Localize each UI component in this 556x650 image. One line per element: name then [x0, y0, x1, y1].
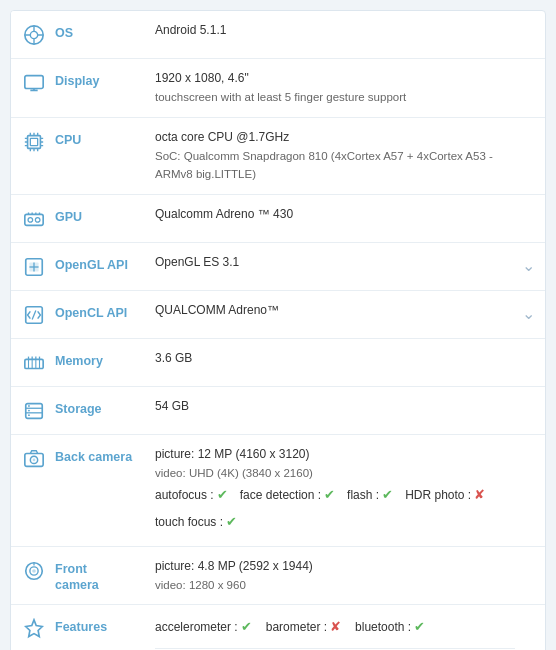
display-icon	[21, 70, 47, 96]
hdr-photo-cross: ✘	[474, 485, 485, 506]
cpu-left: CPU	[11, 118, 141, 194]
memory-label: Memory	[55, 349, 103, 369]
storage-label: Storage	[55, 397, 102, 417]
os-main: Android 5.1.1	[155, 21, 515, 40]
os-row: OS Android 5.1.1	[11, 11, 545, 59]
memory-left: Memory	[11, 339, 141, 386]
cpu-main: octa core CPU @1.7GHz	[155, 128, 515, 147]
svg-point-28	[28, 217, 33, 222]
display-row: Display 1920 x 1080, 4.6" touchscreen wi…	[11, 59, 545, 118]
opengl-icon	[21, 254, 47, 280]
touch-focus-check: ✔	[226, 512, 237, 533]
gpu-icon	[21, 206, 47, 232]
svg-rect-36	[25, 359, 43, 368]
features-value: accelerometer : ✔ barometer : ✘ bluetoot…	[141, 605, 545, 650]
front-camera-label: Front camera	[55, 557, 133, 594]
os-left: OS	[11, 11, 141, 58]
display-left: Display	[11, 59, 141, 117]
opengl-label: OpenGL API	[55, 253, 128, 273]
storage-left: Storage	[11, 387, 141, 434]
svg-rect-10	[30, 138, 37, 145]
svg-rect-6	[25, 76, 43, 89]
svg-line-35	[32, 310, 36, 319]
features-icon	[21, 616, 47, 642]
opengl-row: OpenGL API OpenGL ES 3.1 ⌄	[11, 243, 545, 291]
autofocus-item: autofocus : ✔	[155, 485, 228, 506]
cpu-icon	[21, 129, 47, 155]
face-detection-item: face detection : ✔	[240, 485, 335, 506]
opencl-main: QUALCOMM Adreno™	[155, 301, 515, 320]
display-value: 1920 x 1080, 4.6" touchscreen with at le…	[141, 59, 545, 117]
front-camera-main: picture: 4.8 MP (2592 x 1944)	[155, 557, 515, 576]
back-camera-label: Back camera	[55, 445, 132, 465]
back-camera-feat-row1: autofocus : ✔ face detection : ✔ flash :…	[155, 485, 515, 506]
autofocus-check: ✔	[217, 485, 228, 506]
back-camera-left: Back camera	[11, 435, 141, 546]
os-value: Android 5.1.1	[141, 11, 545, 58]
memory-row: Memory 3.6 GB	[11, 339, 545, 387]
cpu-label: CPU	[55, 128, 81, 148]
svg-point-50	[28, 414, 30, 416]
features-row-1: accelerometer : ✔ barometer : ✘ bluetoot…	[155, 615, 515, 640]
os-icon	[21, 22, 47, 48]
hdr-photo-item: HDR photo : ✘	[405, 485, 485, 506]
back-camera-icon	[21, 446, 47, 472]
opencl-row: OpenCL API QUALCOMM Adreno™ ⌄	[11, 291, 545, 339]
opengl-value: OpenGL ES 3.1 ⌄	[141, 243, 545, 290]
storage-row: Storage 54 GB	[11, 387, 545, 435]
os-label: OS	[55, 21, 73, 41]
svg-point-49	[28, 409, 30, 411]
storage-icon	[21, 398, 47, 424]
back-camera-row: Back camera picture: 12 MP (4160 x 3120)…	[11, 435, 545, 547]
back-camera-grid: picture: 12 MP (4160 x 3120) video: UHD …	[155, 445, 515, 536]
opencl-icon	[21, 302, 47, 328]
back-camera-value: picture: 12 MP (4160 x 3120) video: UHD …	[141, 435, 545, 546]
svg-point-56	[32, 569, 36, 573]
opencl-left: OpenCL API	[11, 291, 141, 338]
gpu-row: GPU Qualcomm Adreno ™ 430	[11, 195, 545, 243]
memory-value: 3.6 GB	[141, 339, 545, 386]
features-left: Features	[11, 605, 141, 650]
display-main: 1920 x 1080, 4.6"	[155, 69, 515, 88]
gpu-left: GPU	[11, 195, 141, 242]
front-camera-left: Front camera	[11, 547, 141, 605]
svg-rect-9	[28, 135, 41, 148]
back-camera-main: picture: 12 MP (4160 x 3120)	[155, 445, 515, 464]
svg-point-29	[35, 217, 40, 222]
storage-value: 54 GB	[141, 387, 545, 434]
svg-point-1	[30, 31, 37, 38]
gpu-value: Qualcomm Adreno ™ 430	[141, 195, 545, 242]
memory-icon	[21, 350, 47, 376]
bluetooth-item: bluetooth : ✔	[355, 617, 425, 638]
back-camera-sub: video: UHD (4K) (3840 x 2160)	[155, 464, 515, 482]
accelerometer-item: accelerometer : ✔	[155, 617, 252, 638]
storage-main: 54 GB	[155, 397, 515, 416]
flash-check: ✔	[382, 485, 393, 506]
display-label: Display	[55, 69, 99, 89]
features-row: Features accelerometer : ✔ barometer : ✘…	[11, 605, 545, 650]
front-camera-value: picture: 4.8 MP (2592 x 1944) video: 128…	[141, 547, 545, 605]
svg-point-53	[33, 458, 36, 461]
svg-point-48	[28, 405, 30, 407]
opencl-label: OpenCL API	[55, 301, 127, 321]
features-sep-1	[155, 648, 515, 649]
opencl-value: QUALCOMM Adreno™ ⌄	[141, 291, 545, 338]
memory-main: 3.6 GB	[155, 349, 515, 368]
opengl-main: OpenGL ES 3.1	[155, 253, 515, 272]
opengl-chevron[interactable]: ⌄	[522, 253, 535, 279]
features-grid: accelerometer : ✔ barometer : ✘ bluetoot…	[155, 615, 515, 650]
device-info-card: OS Android 5.1.1 Display 1920 x 1080, 4.…	[10, 10, 546, 650]
features-label: Features	[55, 615, 107, 635]
front-camera-sub: video: 1280 x 960	[155, 576, 515, 594]
face-detection-check: ✔	[324, 485, 335, 506]
opencl-chevron[interactable]: ⌄	[522, 301, 535, 327]
cpu-row: CPU octa core CPU @1.7GHz SoC: Qualcomm …	[11, 118, 545, 195]
gpu-main: Qualcomm Adreno ™ 430	[155, 205, 515, 224]
back-camera-feat-row2: touch focus : ✔	[155, 512, 515, 533]
gpu-label: GPU	[55, 205, 82, 225]
flash-item: flash : ✔	[347, 485, 393, 506]
front-camera-icon	[21, 558, 47, 584]
front-camera-row: Front camera picture: 4.8 MP (2592 x 194…	[11, 547, 545, 606]
display-sub: touchscreen with at least 5 finger gestu…	[155, 88, 515, 106]
touch-focus-item: touch focus : ✔	[155, 512, 237, 533]
